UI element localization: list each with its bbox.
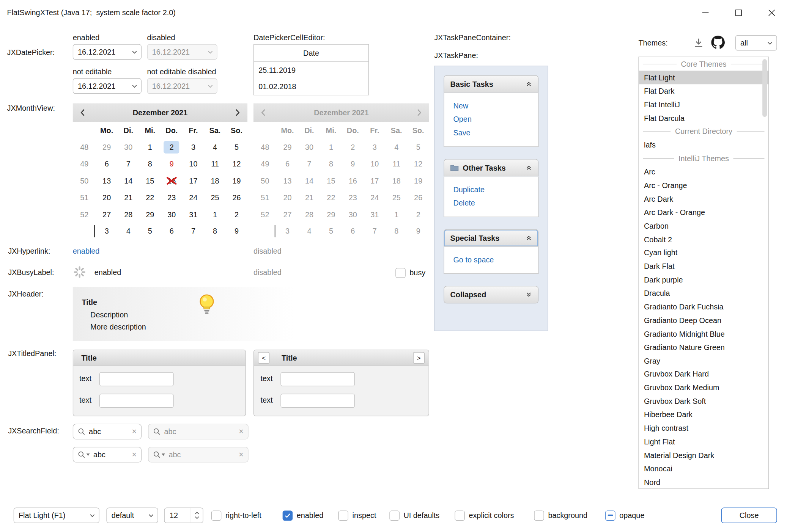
theme-list-item[interactable]: Flat IntelliJ [639,97,768,111]
checkbox-explicit-colors[interactable]: explicit colors [455,508,514,523]
checkbox-inspect[interactable]: inspect [338,508,376,523]
checkbox-opaque[interactable]: opaque [605,508,644,523]
calendar-day-cell[interactable]: 27 [96,206,118,223]
titled-panel-text-input[interactable] [99,394,174,408]
scroll-right-button[interactable]: > [413,352,425,363]
scroll-left-button[interactable]: < [258,352,269,363]
theme-list-item[interactable]: Arc - Orange [639,179,768,192]
close-button[interactable]: Close [721,508,777,523]
minimize-button[interactable] [694,0,717,25]
theme-list-item[interactable]: Dark purple [639,273,768,287]
calendar-day-cell[interactable]: 29 [139,206,161,223]
close-button-window[interactable] [760,0,783,25]
theme-list-item[interactable]: Flat Dark [639,84,768,98]
theme-list-item[interactable]: Gradianto Midnight Blue [639,327,768,341]
theme-list-item[interactable]: Arc Dark [639,192,768,206]
chevron-down-icon[interactable] [128,79,141,93]
spinner-arrows[interactable] [191,508,203,523]
calendar-day-cell[interactable]: 9 [226,223,247,239]
search-field[interactable]: × [73,447,142,463]
calendar-day-cell[interactable]: 24 [183,189,204,206]
style-combobox[interactable]: default [106,508,158,523]
calendar-day-cell[interactable]: 14 [118,172,139,189]
calendar-day-cell[interactable]: 22 [139,189,161,206]
theme-list-item[interactable]: Nord [639,475,768,489]
taskpane-link[interactable]: Duplicate [444,182,538,196]
calendar-day-cell[interactable]: 8 [204,223,226,239]
calendar-day-cell[interactable]: 7 [183,223,204,239]
theme-list-item[interactable]: Cyan light [639,246,768,260]
calendar-day-cell[interactable]: 3 [96,223,118,239]
search-input[interactable] [89,427,128,436]
theme-list-item[interactable]: Gruvbox Dark Medium [639,381,768,394]
checkbox-busy[interactable]: busy [395,265,425,280]
theme-list-item[interactable]: Hiberbee Dark [639,408,768,422]
theme-list-item[interactable]: Flat Darcula [639,111,768,125]
theme-list-item[interactable]: Dark Flat [639,259,768,273]
clear-icon[interactable]: × [132,428,136,436]
theme-list-item[interactable]: Flat Light [639,71,768,84]
collapse-icon[interactable] [526,235,532,241]
calendar-day-cell[interactable]: 2 [161,139,183,155]
theme-list-item[interactable]: Gray [639,354,768,367]
taskpane-header[interactable]: Basic Tasks [444,75,538,93]
expand-icon[interactable] [526,291,532,298]
calendar-day-cell[interactable]: 7 [118,155,139,172]
calendar-day-cell[interactable]: 5 [226,139,247,155]
theme-list-item[interactable]: Gradianto Dark Fuchsia [639,300,768,314]
taskpane-link[interactable]: Go to space [444,253,538,267]
next-month-icon[interactable] [235,109,240,116]
calendar-day-cell[interactable]: 6 [161,223,183,239]
collapse-icon[interactable] [526,165,532,171]
calendar-day-cell[interactable]: 26 [226,189,247,206]
titled-panel-text-input[interactable] [99,372,174,386]
taskpane-link[interactable]: Open [444,112,538,126]
titled-panel-text-input[interactable] [280,372,355,386]
theme-list-item[interactable]: Carbon [639,219,768,233]
theme-list-item[interactable]: Material Design Dark [639,448,768,462]
search-field[interactable]: × [73,424,142,439]
chevron-down-icon[interactable] [145,508,157,523]
calendar-day-cell[interactable]: 17 [183,172,204,189]
taskpane-link[interactable]: New [444,99,538,113]
calendar-day-cell[interactable]: 13 [96,172,118,189]
collapse-icon[interactable] [526,81,532,87]
taskpane-link[interactable]: Delete [444,196,538,210]
calendar-day-cell[interactable]: 18 [204,172,226,189]
theme-list-item[interactable]: Gradianto Nature Green [639,341,768,354]
calendar-day-cell[interactable]: 4 [118,223,139,239]
checkbox-ui-defaults[interactable]: UI defaults [389,508,439,523]
calendar-day-cell[interactable]: 20 [96,189,118,206]
datepicker-enabled[interactable]: 16.12.2021 [73,44,142,60]
theme-list-item[interactable]: Monocai [639,462,768,476]
calendar-day-cell[interactable]: 12 [226,155,247,172]
theme-combobox[interactable]: Flat Light (F1) [14,508,99,523]
calendar-day-cell[interactable]: 4 [204,139,226,155]
calendar-day-cell[interactable]: 23 [161,189,183,206]
table-row[interactable]: 25.11.2019 [254,62,368,78]
taskpane-header[interactable]: Other Tasks [444,159,538,176]
calendar-day-cell[interactable]: 31 [183,206,204,223]
chevron-down-icon[interactable] [86,508,99,523]
theme-list-item[interactable]: Cobalt 2 [639,232,768,246]
maximize-button[interactable] [727,0,750,25]
clear-icon[interactable]: × [132,450,136,458]
theme-list-item[interactable]: Arc [639,165,768,179]
datepicker-not-editable[interactable]: 16.12.2021 [73,78,142,94]
calendar-day-cell[interactable]: 16 [161,172,183,189]
theme-list-item[interactable]: High contrast [639,421,768,435]
taskpane-header[interactable]: Collapsed [444,286,538,303]
calendar-day-cell[interactable]: 28 [118,206,139,223]
theme-list-item[interactable]: Arc Dark - Orange [639,206,768,219]
checkbox-enabled[interactable]: enabled [283,508,324,523]
calendar-day-cell[interactable]: 25 [204,189,226,206]
download-icon[interactable] [693,37,704,48]
prev-month-icon[interactable] [80,109,85,116]
calendar-day-cell[interactable]: 21 [118,189,139,206]
calendar-day-cell[interactable]: 1 [139,139,161,155]
taskpane-link[interactable]: Save [444,126,538,140]
chevron-down-icon[interactable] [763,36,776,50]
theme-list-item[interactable]: Gruvbox Dark Soft [639,394,768,408]
font-size-spinner[interactable]: 12 [164,508,203,523]
calendar-day-cell[interactable]: 5 [139,223,161,239]
